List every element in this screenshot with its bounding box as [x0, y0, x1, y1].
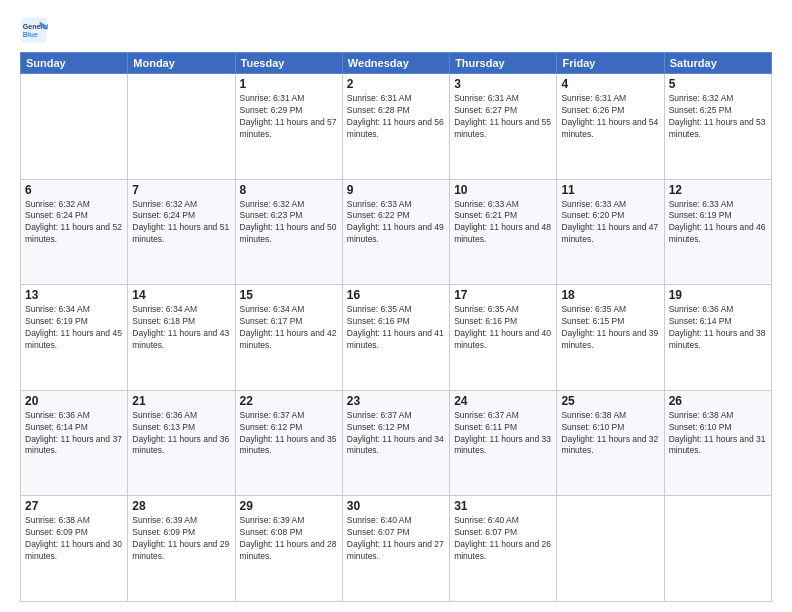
calendar-header-friday: Friday: [557, 53, 664, 74]
day-number: 20: [25, 394, 123, 408]
calendar-cell: 20Sunrise: 6:36 AM Sunset: 6:14 PM Dayli…: [21, 390, 128, 496]
calendar-cell: [557, 496, 664, 602]
day-info: Sunrise: 6:33 AM Sunset: 6:20 PM Dayligh…: [561, 199, 659, 247]
day-info: Sunrise: 6:33 AM Sunset: 6:19 PM Dayligh…: [669, 199, 767, 247]
day-number: 30: [347, 499, 445, 513]
calendar-cell: 31Sunrise: 6:40 AM Sunset: 6:07 PM Dayli…: [450, 496, 557, 602]
day-info: Sunrise: 6:35 AM Sunset: 6:16 PM Dayligh…: [347, 304, 445, 352]
calendar-cell: [664, 496, 771, 602]
day-number: 13: [25, 288, 123, 302]
calendar-cell: 14Sunrise: 6:34 AM Sunset: 6:18 PM Dayli…: [128, 285, 235, 391]
day-number: 7: [132, 183, 230, 197]
calendar-cell: 22Sunrise: 6:37 AM Sunset: 6:12 PM Dayli…: [235, 390, 342, 496]
day-info: Sunrise: 6:32 AM Sunset: 6:24 PM Dayligh…: [132, 199, 230, 247]
calendar-header-sunday: Sunday: [21, 53, 128, 74]
calendar-cell: 24Sunrise: 6:37 AM Sunset: 6:11 PM Dayli…: [450, 390, 557, 496]
page: General Blue SundayMondayTuesdayWednesda…: [0, 0, 792, 612]
day-number: 19: [669, 288, 767, 302]
day-number: 9: [347, 183, 445, 197]
calendar-cell: 6Sunrise: 6:32 AM Sunset: 6:24 PM Daylig…: [21, 179, 128, 285]
day-number: 31: [454, 499, 552, 513]
calendar-cell: 11Sunrise: 6:33 AM Sunset: 6:20 PM Dayli…: [557, 179, 664, 285]
day-info: Sunrise: 6:33 AM Sunset: 6:22 PM Dayligh…: [347, 199, 445, 247]
day-number: 15: [240, 288, 338, 302]
day-info: Sunrise: 6:35 AM Sunset: 6:16 PM Dayligh…: [454, 304, 552, 352]
day-info: Sunrise: 6:37 AM Sunset: 6:12 PM Dayligh…: [347, 410, 445, 458]
day-info: Sunrise: 6:31 AM Sunset: 6:26 PM Dayligh…: [561, 93, 659, 141]
day-number: 16: [347, 288, 445, 302]
day-info: Sunrise: 6:38 AM Sunset: 6:10 PM Dayligh…: [669, 410, 767, 458]
day-number: 25: [561, 394, 659, 408]
day-info: Sunrise: 6:34 AM Sunset: 6:19 PM Dayligh…: [25, 304, 123, 352]
day-number: 18: [561, 288, 659, 302]
calendar-cell: 15Sunrise: 6:34 AM Sunset: 6:17 PM Dayli…: [235, 285, 342, 391]
calendar-header-row: SundayMondayTuesdayWednesdayThursdayFrid…: [21, 53, 772, 74]
day-number: 11: [561, 183, 659, 197]
calendar-cell: 2Sunrise: 6:31 AM Sunset: 6:28 PM Daylig…: [342, 74, 449, 180]
day-info: Sunrise: 6:38 AM Sunset: 6:09 PM Dayligh…: [25, 515, 123, 563]
day-number: 26: [669, 394, 767, 408]
calendar-cell: [21, 74, 128, 180]
calendar-cell: 30Sunrise: 6:40 AM Sunset: 6:07 PM Dayli…: [342, 496, 449, 602]
day-info: Sunrise: 6:36 AM Sunset: 6:14 PM Dayligh…: [669, 304, 767, 352]
day-number: 29: [240, 499, 338, 513]
calendar-header-saturday: Saturday: [664, 53, 771, 74]
calendar-header-tuesday: Tuesday: [235, 53, 342, 74]
day-number: 23: [347, 394, 445, 408]
calendar-cell: 29Sunrise: 6:39 AM Sunset: 6:08 PM Dayli…: [235, 496, 342, 602]
day-info: Sunrise: 6:34 AM Sunset: 6:17 PM Dayligh…: [240, 304, 338, 352]
day-number: 5: [669, 77, 767, 91]
calendar-table: SundayMondayTuesdayWednesdayThursdayFrid…: [20, 52, 772, 602]
day-number: 24: [454, 394, 552, 408]
day-number: 3: [454, 77, 552, 91]
day-info: Sunrise: 6:36 AM Sunset: 6:13 PM Dayligh…: [132, 410, 230, 458]
calendar-cell: 26Sunrise: 6:38 AM Sunset: 6:10 PM Dayli…: [664, 390, 771, 496]
svg-rect-0: [21, 17, 46, 42]
day-info: Sunrise: 6:32 AM Sunset: 6:25 PM Dayligh…: [669, 93, 767, 141]
day-info: Sunrise: 6:36 AM Sunset: 6:14 PM Dayligh…: [25, 410, 123, 458]
header: General Blue: [20, 16, 772, 44]
calendar-cell: 10Sunrise: 6:33 AM Sunset: 6:21 PM Dayli…: [450, 179, 557, 285]
calendar-header-monday: Monday: [128, 53, 235, 74]
day-info: Sunrise: 6:38 AM Sunset: 6:10 PM Dayligh…: [561, 410, 659, 458]
day-info: Sunrise: 6:31 AM Sunset: 6:29 PM Dayligh…: [240, 93, 338, 141]
calendar-cell: 1Sunrise: 6:31 AM Sunset: 6:29 PM Daylig…: [235, 74, 342, 180]
calendar-cell: 4Sunrise: 6:31 AM Sunset: 6:26 PM Daylig…: [557, 74, 664, 180]
calendar-cell: 13Sunrise: 6:34 AM Sunset: 6:19 PM Dayli…: [21, 285, 128, 391]
calendar-week-4: 20Sunrise: 6:36 AM Sunset: 6:14 PM Dayli…: [21, 390, 772, 496]
calendar-week-1: 1Sunrise: 6:31 AM Sunset: 6:29 PM Daylig…: [21, 74, 772, 180]
day-number: 2: [347, 77, 445, 91]
calendar-cell: 5Sunrise: 6:32 AM Sunset: 6:25 PM Daylig…: [664, 74, 771, 180]
calendar-cell: 3Sunrise: 6:31 AM Sunset: 6:27 PM Daylig…: [450, 74, 557, 180]
calendar-cell: 21Sunrise: 6:36 AM Sunset: 6:13 PM Dayli…: [128, 390, 235, 496]
calendar-cell: 17Sunrise: 6:35 AM Sunset: 6:16 PM Dayli…: [450, 285, 557, 391]
day-info: Sunrise: 6:39 AM Sunset: 6:09 PM Dayligh…: [132, 515, 230, 563]
calendar-cell: 19Sunrise: 6:36 AM Sunset: 6:14 PM Dayli…: [664, 285, 771, 391]
day-number: 1: [240, 77, 338, 91]
day-info: Sunrise: 6:35 AM Sunset: 6:15 PM Dayligh…: [561, 304, 659, 352]
calendar-header-thursday: Thursday: [450, 53, 557, 74]
calendar-week-3: 13Sunrise: 6:34 AM Sunset: 6:19 PM Dayli…: [21, 285, 772, 391]
calendar-cell: 27Sunrise: 6:38 AM Sunset: 6:09 PM Dayli…: [21, 496, 128, 602]
day-number: 14: [132, 288, 230, 302]
calendar-cell: 7Sunrise: 6:32 AM Sunset: 6:24 PM Daylig…: [128, 179, 235, 285]
day-number: 10: [454, 183, 552, 197]
day-info: Sunrise: 6:32 AM Sunset: 6:23 PM Dayligh…: [240, 199, 338, 247]
day-number: 22: [240, 394, 338, 408]
calendar-week-2: 6Sunrise: 6:32 AM Sunset: 6:24 PM Daylig…: [21, 179, 772, 285]
day-number: 17: [454, 288, 552, 302]
day-info: Sunrise: 6:37 AM Sunset: 6:11 PM Dayligh…: [454, 410, 552, 458]
calendar-cell: 12Sunrise: 6:33 AM Sunset: 6:19 PM Dayli…: [664, 179, 771, 285]
day-info: Sunrise: 6:40 AM Sunset: 6:07 PM Dayligh…: [454, 515, 552, 563]
day-number: 27: [25, 499, 123, 513]
day-number: 28: [132, 499, 230, 513]
day-number: 12: [669, 183, 767, 197]
day-info: Sunrise: 6:37 AM Sunset: 6:12 PM Dayligh…: [240, 410, 338, 458]
calendar-cell: 8Sunrise: 6:32 AM Sunset: 6:23 PM Daylig…: [235, 179, 342, 285]
day-info: Sunrise: 6:31 AM Sunset: 6:28 PM Dayligh…: [347, 93, 445, 141]
calendar-cell: [128, 74, 235, 180]
svg-text:Blue: Blue: [23, 31, 38, 38]
day-number: 21: [132, 394, 230, 408]
day-info: Sunrise: 6:40 AM Sunset: 6:07 PM Dayligh…: [347, 515, 445, 563]
calendar-cell: 28Sunrise: 6:39 AM Sunset: 6:09 PM Dayli…: [128, 496, 235, 602]
